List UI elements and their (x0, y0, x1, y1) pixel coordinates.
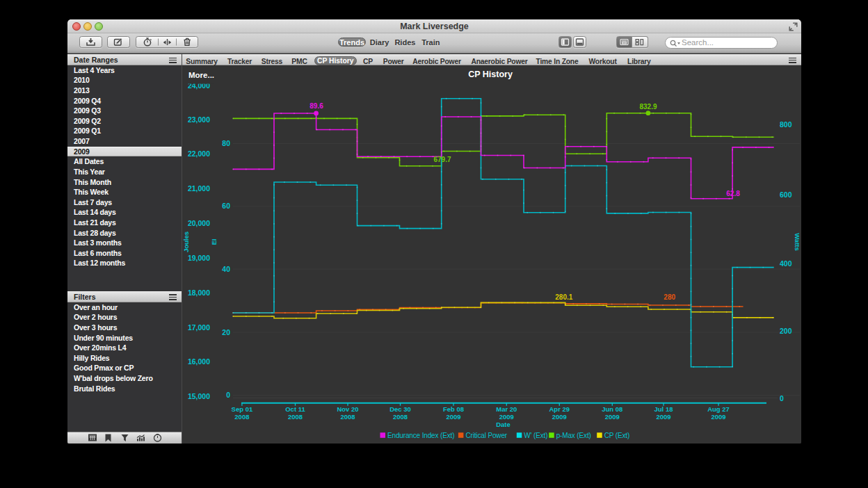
svg-text:Dec 30: Dec 30 (389, 405, 411, 413)
svg-text:p-Max (Ext): p-Max (Ext) (556, 432, 591, 439)
svg-text:2009: 2009 (711, 413, 725, 421)
svg-text:800: 800 (780, 120, 792, 129)
svg-text:40: 40 (222, 265, 230, 273)
svg-text:20: 20 (222, 328, 230, 336)
svg-text:Jul 18: Jul 18 (654, 405, 673, 413)
svg-text:Jun 08: Jun 08 (602, 405, 622, 413)
svg-text:2008: 2008 (393, 413, 408, 421)
svg-text:2008: 2008 (234, 413, 249, 421)
svg-text:W' (Ext): W' (Ext) (524, 432, 547, 439)
svg-text:2008: 2008 (340, 413, 355, 421)
svg-text:Oct 11: Oct 11 (285, 405, 305, 413)
svg-text:2009: 2009 (656, 413, 670, 421)
svg-text:2009: 2009 (552, 413, 567, 421)
svg-text:2009: 2009 (605, 413, 620, 421)
svg-text:679.7: 679.7 (433, 156, 451, 163)
svg-text:Mar 20: Mar 20 (496, 405, 517, 413)
svg-text:Watts: Watts (794, 234, 801, 252)
svg-text:600: 600 (780, 190, 792, 199)
svg-text:Aug 27: Aug 27 (707, 405, 730, 413)
svg-text:80: 80 (222, 139, 230, 147)
svg-text:17,000: 17,000 (188, 323, 210, 332)
svg-text:21,000: 21,000 (188, 184, 210, 193)
svg-text:Apr 29: Apr 29 (549, 405, 570, 413)
svg-text:Feb 08: Feb 08 (443, 405, 464, 413)
svg-text:0: 0 (780, 394, 784, 402)
svg-text:23,000: 23,000 (188, 115, 210, 124)
svg-text:16,000: 16,000 (188, 357, 210, 366)
svg-text:2008: 2008 (288, 413, 303, 421)
svg-text:EI: EI (210, 239, 218, 245)
svg-text:0: 0 (226, 391, 230, 399)
svg-text:15,000: 15,000 (188, 392, 210, 400)
svg-text:832.9: 832.9 (639, 103, 657, 111)
svg-text:280: 280 (664, 293, 675, 301)
svg-text:200: 200 (780, 327, 792, 335)
svg-text:89.6: 89.6 (310, 102, 323, 110)
svg-text:400: 400 (780, 259, 792, 268)
svg-text:60: 60 (222, 202, 230, 210)
svg-text:Sep 01: Sep 01 (232, 405, 253, 413)
svg-text:Endurance Index (Ext): Endurance Index (Ext) (387, 432, 454, 439)
svg-text:280.1: 280.1 (555, 293, 572, 301)
svg-text:CP (Ext): CP (Ext) (604, 432, 629, 439)
svg-text:22,000: 22,000 (188, 150, 210, 158)
svg-text:20,000: 20,000 (188, 219, 210, 227)
svg-text:2009: 2009 (499, 413, 514, 421)
svg-text:Critical Power: Critical Power (465, 432, 507, 439)
svg-text:More...: More... (188, 71, 214, 79)
svg-text:18,000: 18,000 (188, 288, 210, 297)
svg-text:19,000: 19,000 (188, 254, 210, 262)
svg-text:Nov 20: Nov 20 (337, 405, 358, 413)
svg-text:62.8: 62.8 (726, 190, 740, 197)
svg-text:2009: 2009 (446, 413, 460, 421)
svg-text:CP History: CP History (468, 70, 513, 79)
svg-text:Joules: Joules (182, 231, 190, 252)
svg-text:Date: Date (496, 421, 511, 428)
